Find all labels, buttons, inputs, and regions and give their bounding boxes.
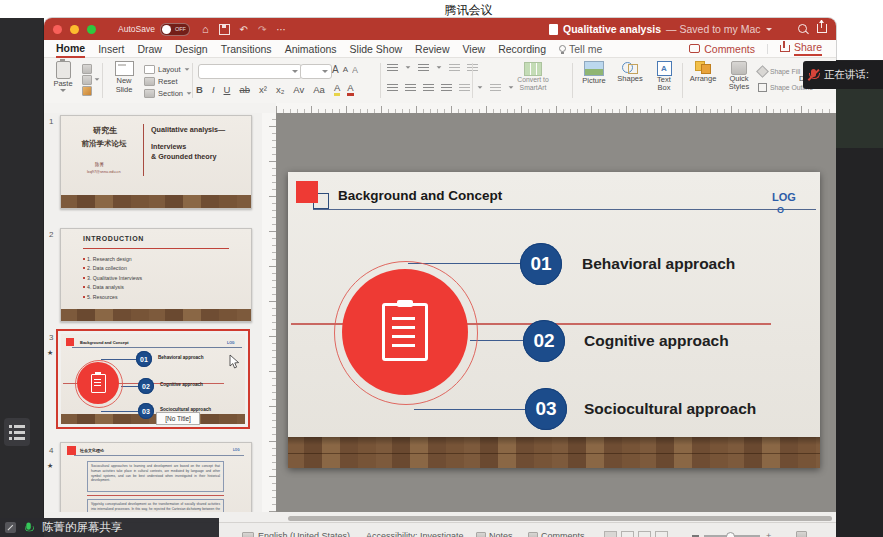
convert-smartart-button[interactable]: Convert toSmartArt [496,62,570,92]
status-comments-button[interactable]: Comments [528,531,585,537]
status-language[interactable]: English (United States) [258,531,350,537]
slide-item-label-2[interactable]: Cognitive approach [584,332,729,350]
zoom-out-button[interactable] [692,535,699,537]
slide-number-circle-3[interactable]: 03 [525,388,567,430]
picture-button[interactable]: Picture [577,61,611,85]
line-spacing-button[interactable] [459,83,470,91]
font-size-select[interactable] [300,64,332,79]
font-color-button[interactable]: A [347,82,353,96]
new-slide-icon [115,61,134,76]
tab-design[interactable]: Design [175,41,208,57]
quick-styles-button[interactable]: QuickStyles [722,61,756,91]
slide-item-label-1[interactable]: Behavioral approach [582,255,735,273]
share-button[interactable]: Share [780,41,822,56]
slide-thumbnail-1[interactable]: 研究生 前沿学术论坛 陈菁 lxq97@snnu.edu.cn Qualitat… [60,115,252,209]
slideshow-button[interactable] [655,531,668,537]
grow-font-button[interactable]: A [332,64,339,75]
new-slide-button[interactable]: NewSlide [107,61,141,94]
active-mic-icon[interactable] [23,521,36,534]
slide-number-circle-1[interactable]: 01 [520,243,562,285]
slide-red-square[interactable] [296,181,318,203]
paste-button[interactable]: Paste [48,61,78,92]
subscript-button[interactable]: x₂ [276,84,284,95]
zoom-slider[interactable] [704,535,760,537]
more-commands-icon[interactable]: ⋯ [276,24,286,35]
align-left-button[interactable] [387,83,398,91]
superscript-button[interactable]: x² [259,84,267,95]
home-icon[interactable]: ⌂ [202,24,209,34]
autosave-toggle[interactable]: OFF [160,23,190,36]
slide-item-label-3[interactable]: Sociocultural approach [584,400,756,418]
editing-canvas[interactable]: Background and Concept LOG O 01 02 03 Be… [276,113,836,512]
tab-view[interactable]: View [463,41,486,57]
highlight-button[interactable]: A [334,82,340,96]
change-case-button[interactable]: Aa [313,84,325,95]
minimize-button[interactable] [70,25,79,34]
horizontal-scrollbar[interactable] [288,516,832,521]
participant-video-thumb[interactable] [836,88,883,148]
close-button[interactable] [53,25,62,34]
agenda-list-icon[interactable] [4,418,30,446]
thumb4-logo: LOG [233,448,240,452]
align-center-button[interactable] [405,83,416,91]
horizontal-ruler[interactable] [276,103,836,113]
slide-canvas[interactable]: Background and Concept LOG O 01 02 03 Be… [288,172,820,468]
font-name-select[interactable] [198,64,302,79]
reset-button[interactable]: Reset [144,75,192,87]
text-box-button[interactable]: A TextBox [649,61,679,92]
status-accessibility[interactable]: Accessibility: Investigate [366,531,464,537]
slide-thumbnail-3-selected[interactable]: Background and Concept LOG 01 02 03 Beha… [56,329,250,429]
underline-button[interactable]: U [224,84,231,95]
tab-home[interactable]: Home [56,40,85,58]
search-icon[interactable] [798,24,807,33]
comment-bubble-icon [689,44,700,53]
notes-button[interactable]: Notes [476,531,513,537]
slide-sorter-button[interactable] [621,531,634,537]
slide-thumbnail-2[interactable]: INTRODUCTION 1. Research design 2. Data … [60,228,252,322]
numbering-button[interactable] [418,63,429,71]
annotation-icon[interactable] [5,522,16,533]
share-doc-icon[interactable] [817,24,827,33]
fit-slide-button[interactable] [796,531,807,537]
autosave-state: OFF [175,26,186,32]
tab-draw[interactable]: Draw [137,41,162,57]
decrease-indent-button[interactable] [449,63,460,71]
justify-button[interactable] [441,83,452,91]
bold-button[interactable]: B [196,84,203,95]
tab-insert[interactable]: Insert [98,41,124,57]
reading-view-button[interactable] [638,531,651,537]
align-right-button[interactable] [423,83,434,91]
shapes-button[interactable]: Shapes [613,61,647,83]
bullets-button[interactable] [387,63,398,71]
shrink-font-button[interactable]: A [343,65,348,74]
normal-view-button[interactable] [604,531,617,537]
tab-review[interactable]: Review [415,41,449,57]
slide-thumbnail-panel[interactable]: 1 2 3 ★ 4 ★ 研究生 前沿学术论坛 陈菁 lxq97@snnu.edu… [44,113,263,512]
zoom-in-button[interactable]: + [766,532,774,537]
slide-number-circle-2[interactable]: 02 [523,320,565,362]
slide-title[interactable]: Background and Concept [338,188,502,203]
comments-button[interactable]: Comments [689,43,755,55]
strikethrough-button[interactable]: ab [239,84,250,95]
tab-animations[interactable]: Animations [285,41,337,57]
character-spacing-button[interactable]: Av [293,84,304,95]
tab-slideshow[interactable]: Slide Show [350,41,403,57]
tellme-button[interactable]: Tell me [559,41,602,57]
arrange-button[interactable]: Arrange [686,61,720,83]
format-painter-button[interactable] [82,85,100,96]
cut-button[interactable] [82,63,100,74]
tab-transitions[interactable]: Transitions [221,41,272,57]
tab-recording[interactable]: Recording [498,41,546,57]
slide-red-circle[interactable] [342,269,468,395]
vertical-ruler[interactable] [262,113,277,512]
zoom-button[interactable] [87,25,96,34]
save-icon[interactable] [219,24,230,35]
copy-button[interactable] [82,74,100,85]
layout-button[interactable]: Layout [144,63,192,75]
clear-format-button[interactable]: A [352,65,358,75]
italic-button[interactable]: I [212,84,215,95]
redo-icon[interactable]: ↷ [258,24,266,35]
section-button[interactable]: Section [144,87,192,99]
title-chevron-icon[interactable] [766,28,772,31]
undo-icon[interactable]: ↶ [240,24,248,35]
